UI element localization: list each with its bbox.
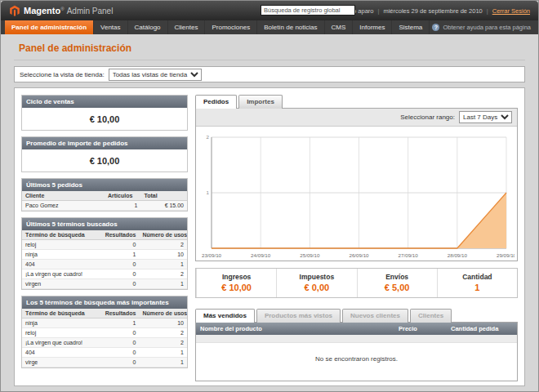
top-bar: Magento®Admin Panel Accedió como aparo |… (1, 1, 538, 20)
svg-text:1: 1 (207, 189, 210, 195)
grid-tab[interactable]: Nuevos clientes (342, 309, 408, 323)
table-header-row: Cliente Artículos Total (22, 191, 187, 201)
orders-chart: 23/09/1024/09/1025/09/1026/09/1027/09/10… (198, 131, 514, 260)
range-bar: Seleccionar rango: Last 7 Days (196, 109, 517, 127)
stat-cell: Ingresos € 10,00 (196, 269, 276, 297)
stat-label: Cantidad (438, 273, 517, 281)
stat-cell: Cantidad 1 (437, 269, 517, 297)
top-search-terms-panel: Los 5 términos de búsqueda más important… (21, 296, 188, 368)
panel-title: Últimos 5 pedidos (22, 179, 187, 191)
panel-title: Ciclo de ventas (22, 96, 187, 108)
grid-tab[interactable]: Clientes (410, 309, 452, 323)
svg-text:24/09/10: 24/09/10 (251, 252, 271, 258)
content-area: Panel de administración Seleccione la vi… (1, 34, 538, 386)
store-view-toolbar: Seleccione la vista de tienda: Todas las… (14, 66, 525, 82)
last-search-terms-panel: Últimos 5 términos buscados Término de b… (21, 217, 188, 290)
stat-cell: Envíos € 5,00 (357, 269, 437, 297)
table-row[interactable]: Paco Gomez 1 € 15.00 (22, 201, 187, 211)
chart-tab[interactable]: Pedidos (195, 95, 237, 109)
logout-link[interactable]: Cerrar Sesión (492, 7, 530, 15)
stat-value: € 5,00 (358, 283, 437, 292)
panel-title: Últimos 5 términos buscados (22, 218, 187, 230)
help-label: Obtener ayuda para esta página (443, 24, 531, 31)
nav-item[interactable]: Clientes (168, 20, 206, 34)
nav-item[interactable]: Promociones (205, 20, 257, 34)
magento-logo: Magento®Admin Panel (9, 5, 113, 16)
global-search-input[interactable] (261, 5, 355, 16)
table-header-row: Término de búsqueda Resultados Número de… (22, 230, 187, 240)
svg-text:2: 2 (207, 134, 210, 140)
nav-item[interactable]: Catálogo (128, 20, 168, 34)
global-search (261, 5, 355, 16)
svg-text:29/09/10: 29/09/10 (497, 252, 514, 258)
table-row[interactable]: ¡La virgen que cuadro! 0 2 (22, 338, 187, 348)
dashboard-panel: Ciclo de ventas € 10,00 Promedio de impo… (14, 87, 525, 386)
table-row[interactable]: ¡La virgen que cuadro! 0 2 (22, 270, 187, 279)
table-row[interactable]: ninja 1 10 (22, 250, 187, 260)
table-row[interactable]: ninja 1 10 (22, 318, 187, 328)
stat-label: Envíos (358, 273, 437, 281)
stat-value: € 0,00 (277, 283, 356, 292)
lifetime-sales-panel: Ciclo de ventas € 10,00 (21, 95, 188, 131)
average-orders-value: € 10,00 (22, 149, 187, 172)
chart-tabs: Pedidos Importes (195, 95, 518, 109)
page-title: Panel de administración (14, 41, 525, 60)
chart-tab[interactable]: Importes (238, 95, 283, 109)
svg-text:27/09/10: 27/09/10 (399, 252, 419, 258)
table-row[interactable]: reloj 0 2 (22, 328, 187, 338)
grid-empty-message: No se encontraron registros. (196, 343, 517, 381)
store-view-label: Seleccione la vista de tienda: (20, 71, 105, 78)
grid-tab[interactable]: Productos más vistos (256, 309, 341, 323)
table-row[interactable]: 404 0 1 (22, 348, 187, 358)
stat-label: Impuestos (277, 273, 356, 281)
magento-admin-page: Magento®Admin Panel Accedió como aparo |… (0, 0, 539, 392)
grid-tabs: Más vendidos Productos más vistos Nuevos… (195, 309, 518, 323)
help-icon: ? (432, 24, 439, 31)
average-orders-panel: Promedio de importe de pedidos € 10,00 (21, 136, 188, 172)
chart-area: 23/09/1024/09/1025/09/1026/09/1027/09/10… (196, 127, 517, 261)
logo-text: Magento®Admin Panel (24, 6, 113, 16)
nav-item[interactable]: Informes (353, 20, 392, 34)
svg-text:26/09/10: 26/09/10 (349, 252, 369, 258)
store-view-select[interactable]: Todas las vistas de tienda (109, 69, 202, 81)
last-orders-panel: Últimos 5 pedidos Cliente Artículos Tota… (21, 178, 188, 212)
svg-text:25/09/10: 25/09/10 (300, 252, 320, 258)
panel-title: Promedio de importe de pedidos (22, 137, 187, 149)
totals-row: Ingresos € 10,00 Impuestos € 0,00 Envíos… (195, 268, 518, 298)
nav-item[interactable]: Sistema (392, 20, 430, 34)
stat-value: 1 (438, 283, 517, 292)
current-date: miércoles 29 de septiembre de 2010 (383, 7, 482, 15)
grid-empty-stripe (196, 335, 517, 343)
table-header-row: Término de búsqueda Resultados Número de… (22, 309, 187, 318)
orders-chart-box: Seleccionar rango: Last 7 Days 23/09/102… (195, 108, 518, 261)
help-link[interactable]: ? Obtener ayuda para esta página (432, 20, 534, 34)
dashboard-right-column: Pedidos Importes Seleccionar rango: Last… (195, 95, 518, 379)
table-row[interactable]: virgen 0 1 (22, 279, 187, 289)
stat-label: Ingresos (197, 273, 276, 281)
nav-item[interactable]: CMS (325, 20, 354, 34)
table-row[interactable]: 404 0 1 (22, 260, 187, 270)
table-row[interactable]: virge 0 1 (22, 358, 187, 368)
range-label: Seleccionar rango: (400, 114, 455, 121)
panel-title: Los 5 términos de búsqueda más important… (22, 296, 187, 309)
range-select[interactable]: Last 7 Days (459, 111, 512, 123)
bestsellers-grid: Nombre del producto Precio Cantidad pedi… (195, 322, 518, 381)
nav-item[interactable]: Panel de administración (5, 20, 94, 34)
dashboard-left-column: Ciclo de ventas € 10,00 Promedio de impo… (21, 95, 188, 379)
main-nav: Panel de administración Ventas Catálogo … (1, 20, 538, 34)
stat-value: € 10,00 (197, 283, 276, 292)
svg-text:23/09/10: 23/09/10 (202, 252, 222, 258)
grid-tab[interactable]: Más vendidos (195, 309, 255, 323)
stat-cell: Impuestos € 0,00 (276, 269, 356, 297)
grid-header-row: Nombre del producto Precio Cantidad pedi… (196, 323, 517, 335)
nav-item[interactable]: Boletín de noticias (257, 20, 324, 34)
svg-text:28/09/10: 28/09/10 (448, 252, 468, 258)
magento-logo-icon (9, 5, 20, 16)
table-row[interactable]: reloj 0 2 (22, 240, 187, 250)
nav-item[interactable]: Ventas (94, 20, 127, 34)
lifetime-sales-value: € 10,00 (22, 108, 187, 130)
